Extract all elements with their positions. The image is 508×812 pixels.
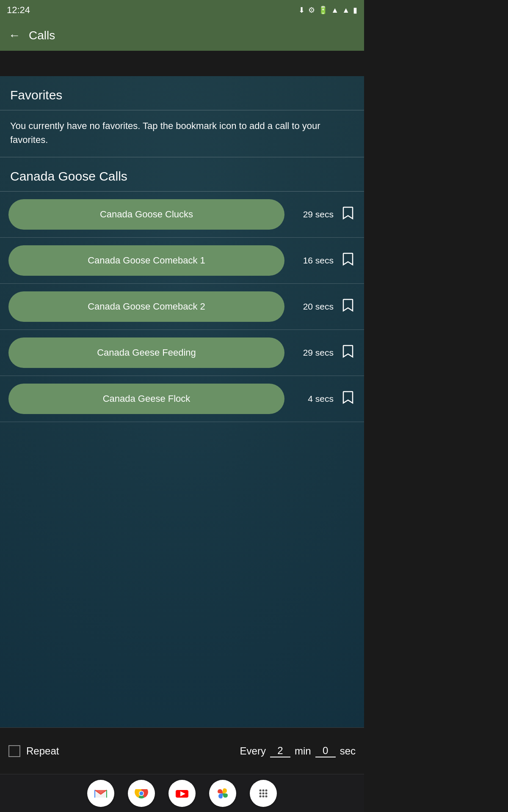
svg-point-16: [260, 795, 262, 797]
repeat-sec-input[interactable]: [315, 745, 336, 757]
status-bar: 12:24 ⬇ ⚙ 🔋 ▲ ▲ ▮: [0, 0, 364, 20]
call-duration-4: 29 secs: [291, 348, 334, 358]
repeat-bar: Repeat Every min sec: [0, 727, 364, 774]
call-duration-2: 16 secs: [291, 255, 334, 266]
call-row: Canada Goose Comeback 116 secs: [0, 238, 364, 284]
bookmark-icon-5[interactable]: [340, 391, 356, 407]
call-row: Canada Goose Clucks29 secs: [0, 192, 364, 238]
youtube-icon[interactable]: [168, 780, 196, 807]
favorites-section: Favorites You currently have no favorite…: [0, 76, 364, 157]
canada-goose-section-header: Canada Goose Calls: [0, 157, 364, 191]
svg-point-13: [260, 792, 262, 794]
svg-point-18: [265, 795, 268, 797]
call-list: Canada Goose Clucks29 secs Canada Goose …: [0, 192, 364, 422]
bookmark-icon-2[interactable]: [340, 252, 356, 269]
bottom-nav: [0, 774, 364, 812]
svg-point-15: [265, 792, 268, 794]
repeat-checkbox[interactable]: [8, 745, 20, 757]
battery-full-icon: ▮: [353, 5, 357, 15]
svg-point-4: [140, 791, 144, 795]
call-button-1[interactable]: Canada Goose Clucks: [8, 199, 284, 230]
repeat-controls: Every min sec: [240, 745, 356, 757]
bookmark-icon-3[interactable]: [340, 299, 356, 315]
call-duration-1: 29 secs: [291, 209, 334, 219]
black-spacer: [0, 51, 364, 76]
favorites-empty-message: You currently have no favorites. Tap the…: [0, 110, 364, 157]
call-button-3[interactable]: Canada Goose Comeback 2: [8, 291, 284, 322]
call-button-5[interactable]: Canada Geese Flock: [8, 384, 284, 414]
google-photos-icon[interactable]: [209, 780, 236, 807]
repeat-min-input[interactable]: [270, 745, 290, 757]
call-duration-5: 4 secs: [291, 394, 334, 404]
svg-point-14: [262, 792, 265, 794]
call-row: Canada Geese Feeding29 secs: [0, 330, 364, 376]
sync-icon: ⬇: [298, 5, 305, 15]
status-time: 12:24: [7, 5, 30, 16]
call-row: Canada Goose Comeback 220 secs: [0, 284, 364, 330]
gmail-icon[interactable]: [87, 780, 114, 807]
favorites-section-header: Favorites: [0, 76, 364, 110]
back-button[interactable]: ←: [8, 29, 20, 42]
top-bar: ← Calls: [0, 20, 364, 51]
bookmark-icon-1[interactable]: [340, 206, 356, 223]
svg-point-12: [265, 789, 268, 791]
svg-point-17: [262, 795, 265, 797]
every-label: Every: [240, 745, 266, 757]
call-row: Canada Geese Flock4 secs: [0, 376, 364, 422]
content-area: Favorites You currently have no favorite…: [0, 76, 364, 727]
status-icons: ⬇ ⚙ 🔋 ▲ ▲ ▮: [298, 5, 357, 15]
battery-icon: 🔋: [318, 5, 328, 15]
page-title: Calls: [29, 29, 55, 42]
canada-goose-calls-section: Canada Goose Calls Canada Goose Clucks29…: [0, 157, 364, 422]
call-button-4[interactable]: Canada Geese Feeding: [8, 337, 284, 368]
settings-status-icon: ⚙: [308, 5, 315, 15]
signal-icon: ▲: [342, 6, 350, 15]
svg-point-10: [260, 789, 262, 791]
sec-unit: sec: [340, 745, 356, 757]
call-duration-3: 20 secs: [291, 302, 334, 312]
repeat-label: Repeat: [26, 745, 59, 757]
repeat-wrapper: Repeat: [8, 745, 59, 757]
wifi-icon: ▲: [331, 6, 339, 15]
bookmark-icon-4[interactable]: [340, 345, 356, 361]
min-unit: min: [295, 745, 311, 757]
chrome-icon[interactable]: [128, 780, 155, 807]
svg-point-11: [262, 789, 265, 791]
app-drawer-icon[interactable]: [250, 780, 277, 807]
call-button-2[interactable]: Canada Goose Comeback 1: [8, 245, 284, 276]
